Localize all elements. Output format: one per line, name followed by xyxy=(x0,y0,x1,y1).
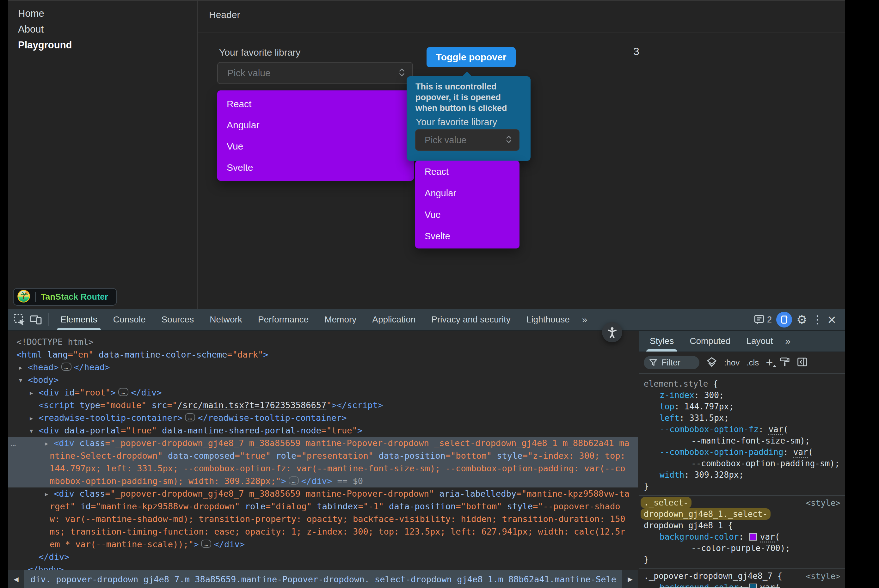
style-declaration[interactable]: dropdown_gj4e8_1._select- xyxy=(639,508,845,520)
popover-select[interactable]: Pick value xyxy=(415,129,519,151)
option-vue[interactable]: Vue xyxy=(415,204,519,225)
toggle-pseudo-state-button[interactable]: :hov xyxy=(724,358,740,368)
style-declaration[interactable]: --combobox-option-fz: var( xyxy=(639,424,845,435)
style-source-link[interactable]: <style> xyxy=(806,572,840,581)
tab-memory[interactable]: Memory xyxy=(316,309,364,330)
option-react[interactable]: React xyxy=(415,161,519,182)
styles-more-tabs-chevron[interactable]: » xyxy=(781,331,796,351)
breadcrumb-right-arrow[interactable]: ▶ xyxy=(622,570,638,588)
dom-row[interactable]: ▼<div data-portal="true" data-mantine-sh… xyxy=(8,424,638,437)
tab-computed[interactable]: Computed xyxy=(682,331,738,351)
styles-filter-input[interactable]: Filter xyxy=(644,356,699,369)
style-source-link[interactable]: <style> xyxy=(806,498,840,508)
style-declaration[interactable]: --mantine-font-size-sm); xyxy=(639,435,845,446)
style-declaration[interactable]: left: 331.5px; xyxy=(639,412,845,424)
style-declaration[interactable]: } xyxy=(639,480,845,492)
toggle-popover-button[interactable]: Toggle popover xyxy=(426,47,516,68)
expand-arrow-icon[interactable]: ▶ xyxy=(45,488,48,500)
tab-console[interactable]: Console xyxy=(105,309,154,330)
dom-row[interactable]: ▶<head>…</head> xyxy=(8,361,638,374)
dom-row[interactable]: w: var(--mantine-shadow-md); transition-… xyxy=(8,513,638,525)
dom-row[interactable]: </body> xyxy=(8,563,638,570)
popover-arrow xyxy=(462,72,472,81)
dom-row[interactable]: ▶<div class="_popover-dropdown_gj4e8_7 m… xyxy=(8,488,638,500)
console-messages-indicator[interactable]: 2 xyxy=(754,314,772,325)
tab-styles[interactable]: Styles xyxy=(642,331,682,351)
tab-sources[interactable]: Sources xyxy=(153,309,202,330)
inline-expand-icon[interactable]: … xyxy=(62,363,72,371)
tab-layout[interactable]: Layout xyxy=(738,331,781,351)
tab-network[interactable]: Network xyxy=(202,309,250,330)
style-declaration[interactable]: element.style { xyxy=(639,378,845,390)
inline-expand-icon[interactable]: … xyxy=(201,540,211,548)
sidebar-item-about[interactable]: About xyxy=(18,24,197,35)
breadcrumb-left-arrow[interactable]: ◀ xyxy=(8,570,24,588)
dom-row[interactable]: 144.797px; left: 331.5px; --combobox-opt… xyxy=(8,462,638,475)
option-angular[interactable]: Angular xyxy=(217,114,414,136)
inline-expand-icon[interactable]: … xyxy=(118,388,128,396)
style-declaration[interactable]: z-index: 300; xyxy=(639,390,845,401)
option-react[interactable]: React xyxy=(217,93,414,114)
style-declaration[interactable]: --combobox-option-padding-sm); xyxy=(639,458,845,469)
more-tabs-chevron[interactable]: » xyxy=(578,314,592,325)
collapse-arrow-icon[interactable]: ▼ xyxy=(30,424,33,437)
collapse-arrow-icon[interactable]: ▼ xyxy=(19,374,22,387)
dom-row[interactable]: <!DOCTYPE html> xyxy=(8,336,638,348)
style-declaration[interactable]: --color-purple-700); xyxy=(639,543,845,554)
kebab-menu-icon[interactable]: ⋮ xyxy=(812,314,823,325)
tab-performance[interactable]: Performance xyxy=(250,309,316,330)
rendering-emulation-icon[interactable] xyxy=(780,357,790,368)
dom-row[interactable]: ▶<readwise-tooltip-container>…</readwise… xyxy=(8,412,638,424)
sky-color-swatch[interactable] xyxy=(749,584,757,588)
breadcrumb[interactable]: div._popover-dropdown_gj4e8_7.m_38a85659… xyxy=(24,570,622,588)
accessibility-person-icon[interactable] xyxy=(602,322,622,342)
dom-row[interactable]: mbobox-option-padding-sm); width: 309.32… xyxy=(8,475,638,488)
dom-row[interactable]: ▶…<div class="_popover-dropdown_gj4e8_7 … xyxy=(8,437,638,450)
toggle-class-button[interactable]: .cls xyxy=(747,358,759,368)
inline-expand-icon[interactable]: … xyxy=(185,413,195,422)
dom-row[interactable]: ▼<body> xyxy=(8,374,638,386)
style-declaration[interactable]: background-color: var( xyxy=(639,531,845,543)
purple-color-swatch[interactable] xyxy=(749,533,757,541)
style-declaration[interactable]: dropdown_gj4e8_1 { xyxy=(639,520,845,531)
dom-row[interactable]: <html lang="en" data-mantine-color-schem… xyxy=(8,348,638,361)
expand-arrow-icon[interactable]: ▶ xyxy=(19,362,22,374)
style-declaration[interactable]: width: 309.328px; xyxy=(639,469,845,480)
dom-row[interactable]: </div> xyxy=(8,551,638,563)
option-svelte[interactable]: Svelte xyxy=(217,157,414,178)
option-svelte[interactable]: Svelte xyxy=(415,225,519,247)
dom-row[interactable]: ntine-Select-dropdown" data-composed="tr… xyxy=(8,450,638,462)
device-toolbar-icon[interactable] xyxy=(28,311,44,328)
dom-row[interactable]: rget" id="mantine-kpz9588vw-dropdown" ro… xyxy=(8,500,638,513)
style-declaration[interactable]: top: 144.797px; xyxy=(639,401,845,412)
tab-elements[interactable]: Elements xyxy=(52,309,105,330)
style-declaration[interactable]: } xyxy=(639,554,845,565)
sidebar-item-playground[interactable]: Playground xyxy=(18,40,197,51)
toggle-sidebar-panel-icon[interactable] xyxy=(797,357,807,369)
option-vue[interactable]: Vue xyxy=(217,136,414,157)
favorite-library-select[interactable]: Pick value xyxy=(217,62,413,84)
dom-row[interactable]: ▶<div id="root">…</div> xyxy=(8,386,638,399)
expand-arrow-icon[interactable]: ▶ xyxy=(30,412,33,424)
dom-row[interactable]: ms; transition-timing-function: ease; op… xyxy=(8,525,638,538)
style-declaration[interactable]: --combobox-option-padding: var( xyxy=(639,446,845,458)
new-style-rule-button[interactable]: + xyxy=(766,357,773,368)
expand-arrow-icon[interactable]: ▶ xyxy=(45,437,48,450)
expand-arrow-icon[interactable]: ▶ xyxy=(30,387,33,399)
node-options-dots[interactable]: … xyxy=(11,437,16,450)
sidebar-item-home[interactable]: Home xyxy=(18,8,197,19)
cascade-layers-icon[interactable] xyxy=(706,357,717,369)
inspect-element-icon[interactable] xyxy=(11,311,28,328)
settings-gear-icon[interactable]: ⚙ xyxy=(796,314,807,326)
close-devtools-icon[interactable]: × xyxy=(828,312,836,327)
style-declaration[interactable]: background-color: var( xyxy=(639,582,845,588)
tab-application[interactable]: Application xyxy=(364,309,423,330)
inline-expand-icon[interactable]: … xyxy=(289,476,299,484)
dom-row[interactable]: em * var(--mantine-scale));">…</div> xyxy=(8,538,638,551)
option-angular[interactable]: Angular xyxy=(415,182,519,204)
tanstack-router-badge[interactable]: TanStack Router xyxy=(13,288,117,306)
tab-privacy-and-security[interactable]: Privacy and security xyxy=(423,309,519,330)
tab-lighthouse[interactable]: Lighthouse xyxy=(519,309,578,330)
dom-row[interactable]: <script type="module" src="/src/main.tsx… xyxy=(8,399,638,412)
device-sync-button[interactable] xyxy=(776,312,792,327)
